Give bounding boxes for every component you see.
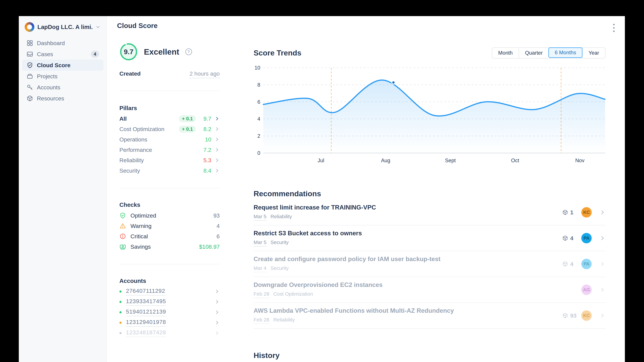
chevron-right-icon	[214, 158, 220, 163]
score-ring: 9.7	[120, 42, 138, 61]
sidebar-item-projects[interactable]: Projects	[22, 71, 104, 82]
chart-marker-dot	[392, 81, 395, 84]
check-value: 6	[216, 233, 220, 240]
divider	[120, 188, 220, 188]
account-row[interactable]: 123129401978	[120, 318, 220, 328]
chevron-right-icon	[214, 330, 220, 336]
pillar-label: Reliability	[120, 157, 144, 164]
recommendations-list: Request limit increase for TRAINING-VPCM…	[254, 200, 606, 329]
score-trends-chart: 0246810JulAugSeptOctNov	[254, 64, 606, 168]
check-label: Warning	[130, 223, 152, 229]
avatar: PA	[581, 259, 592, 269]
chevron-right-icon	[600, 287, 606, 293]
help-icon[interactable]: ?	[185, 48, 192, 55]
page-title: Cloud Score	[117, 22, 158, 30]
account-row[interactable]: 123933417495	[120, 297, 220, 307]
chevron-right-icon	[214, 147, 220, 152]
checks-list: Optimized93Warning4Critical6Savings$108.…	[120, 210, 220, 252]
check-label: Savings	[130, 244, 151, 250]
score-trends-title: Score Trends	[254, 49, 301, 57]
pillar-label: Cost Optimization	[120, 126, 164, 132]
cube-icon	[562, 313, 568, 319]
checks-heading: Checks	[120, 201, 140, 208]
recommendation-row[interactable]: Create and configure password policy for…	[254, 251, 606, 277]
avatar: KC	[581, 310, 592, 321]
svg-text:10: 10	[254, 65, 260, 71]
status-dot	[120, 301, 122, 303]
status-dot	[120, 291, 122, 293]
account-number: 519401212139	[126, 308, 166, 316]
cube-icon	[562, 235, 568, 241]
recommendation-date: Feb 28	[254, 317, 269, 324]
chevron-right-icon	[214, 289, 220, 294]
workspace-switcher[interactable]: LapDog LLC. A limi...	[25, 22, 100, 32]
recommendation-row[interactable]: Downgrade Overprovisioned EC2 instancesF…	[254, 277, 606, 303]
kebab-menu-button[interactable]	[609, 22, 618, 33]
chevron-right-icon	[600, 261, 606, 267]
recommendation-row[interactable]: Request limit increase for TRAINING-VPCM…	[254, 200, 606, 225]
created-row: Created 2 hours ago	[120, 70, 220, 78]
check-row-savings: Savings$108.97	[120, 242, 220, 252]
pillar-score: 8.2	[200, 126, 211, 132]
account-number: 123248187428	[126, 329, 166, 337]
pillar-score: 5.3	[200, 157, 211, 164]
accounts-heading: Accounts	[120, 278, 146, 284]
chevron-right-icon	[214, 299, 220, 305]
recommendation-title: Restrict S3 Bucket access to owners	[254, 230, 562, 237]
cube-icon	[26, 95, 33, 102]
pillar-label: Operations	[120, 136, 147, 143]
pillar-row-operations[interactable]: Operations10	[120, 134, 220, 145]
pillar-row-reliability[interactable]: Reliability5.3	[120, 155, 220, 165]
pillar-label: Security	[120, 167, 140, 174]
pillar-score: 10	[200, 136, 211, 143]
svg-text:4: 4	[258, 116, 260, 122]
status-dot	[120, 311, 122, 313]
recommendation-title: AWS Lambda VPC-enabled Functions without…	[254, 307, 562, 314]
workspace-logo-icon	[25, 22, 34, 32]
account-row[interactable]: 123248187428	[120, 328, 220, 338]
tab-quarter[interactable]: Quarter	[519, 48, 549, 58]
sidebar-item-dashboard[interactable]: Dashboard	[22, 37, 104, 49]
pillar-row-cost-optimization[interactable]: Cost Optimization+ 0.18.2	[120, 124, 220, 134]
workspace-name: LapDog LLC. A limi...	[38, 24, 92, 30]
screen: { "workspace": { "name": "LapDog LLC. A …	[0, 0, 644, 362]
pillar-row-security[interactable]: Security8.4	[120, 165, 220, 176]
sidebar-item-cloud-score[interactable]: Cloud Score	[22, 60, 104, 71]
created-value[interactable]: 2 hours ago	[190, 70, 220, 78]
tab-6-months[interactable]: 6 Months	[548, 47, 582, 58]
sidebar-item-cases[interactable]: Cases4	[22, 49, 104, 60]
pillar-row-all[interactable]: All+ 0.19.7	[120, 113, 220, 124]
account-row[interactable]: 276407111292	[120, 286, 220, 297]
critical-icon	[120, 233, 126, 240]
chevron-right-icon	[214, 137, 220, 142]
sidebar-item-accounts[interactable]: Accounts	[22, 82, 104, 93]
delta-badge: + 0.1	[179, 126, 196, 133]
pillar-row-performance[interactable]: Performance7.2	[120, 145, 220, 155]
recommendation-title: Request limit increase for TRAINING-VPC	[254, 204, 562, 211]
chevron-right-icon	[600, 235, 606, 241]
recommendation-row[interactable]: AWS Lambda VPC-enabled Functions without…	[254, 303, 606, 329]
resource-count: 93	[562, 312, 581, 319]
sidebar-item-resources[interactable]: Resources	[22, 93, 104, 104]
dashboard-icon	[26, 40, 33, 46]
check-row-warning: Warning4	[120, 221, 220, 231]
pillar-label: All	[120, 115, 126, 122]
score-rating: Excellent	[144, 47, 179, 56]
chevron-right-icon	[214, 116, 220, 121]
tab-year[interactable]: Year	[582, 48, 605, 58]
recommendation-row[interactable]: Restrict S3 Bucket access to ownersMar 5…	[254, 225, 606, 251]
account-row[interactable]: 519401212139	[120, 307, 220, 318]
chevron-right-icon	[214, 168, 220, 173]
tab-month[interactable]: Month	[492, 48, 519, 58]
recommendation-date: Feb 28	[254, 291, 269, 298]
recommendation-category: Security	[270, 265, 289, 271]
sidebar: LapDog LLC. A limi... DashboardCases4Clo…	[19, 16, 107, 362]
count-badge: 4	[91, 51, 99, 58]
recommendation-date: Mar 5	[254, 240, 266, 247]
summary-panel: 9.7 Excellent ? Created 2 hours ago Pill…	[120, 42, 220, 344]
chevron-right-icon	[600, 313, 606, 319]
pillar-score: 9.7	[200, 115, 211, 122]
pillar-score: 8.4	[200, 167, 211, 174]
resource-count: 4	[562, 235, 581, 242]
svg-text:8: 8	[258, 82, 260, 88]
